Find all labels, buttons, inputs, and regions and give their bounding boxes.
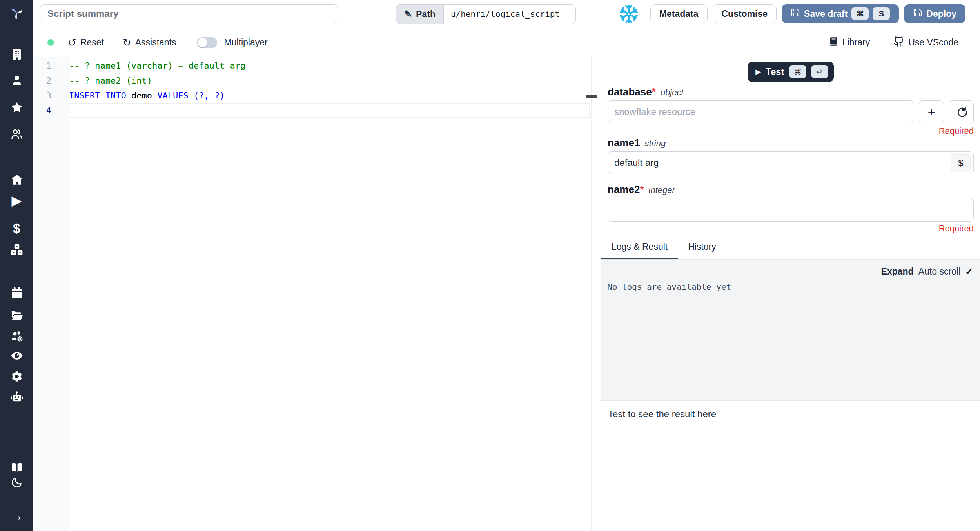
- toolbar-right: Library Use VScode: [828, 36, 958, 49]
- home-icon: [11, 173, 23, 187]
- gear-icon: [11, 370, 23, 384]
- save-draft-label: Save draft: [804, 9, 848, 19]
- plus-icon: +: [928, 106, 935, 118]
- line-content[interactable]: INSERT INTO demo VALUES (?, ?): [69, 88, 601, 103]
- topbar-buttons: Metadata Customise Save draft ⌘ S: [650, 4, 965, 23]
- main-area: ✎ Path u/henri/logical_script: [33, 0, 980, 531]
- run-panel: ▶ Test ⌘ ↵ database* object +: [601, 57, 980, 531]
- building-icon: [11, 48, 23, 62]
- name2-input[interactable]: [608, 198, 974, 222]
- name2-field-label: name2* integer: [608, 184, 974, 196]
- moon-icon: [11, 476, 23, 490]
- robot-icon: [11, 391, 23, 405]
- sidebar-item-folder-open[interactable]: [0, 308, 33, 324]
- save-icon: [791, 8, 800, 20]
- sidebar-item-gear[interactable]: [0, 369, 33, 385]
- name2-required-hint: Required: [608, 224, 974, 234]
- code-editor[interactable]: 1-- ? name1 (varchar) = default arg2-- ?…: [33, 57, 601, 531]
- sidebar-item-windmill-logo[interactable]: [0, 6, 33, 22]
- reset-label: Reset: [80, 37, 104, 48]
- field-name: database: [608, 86, 652, 98]
- line-number: 1: [33, 61, 69, 71]
- sidebar-item-eye[interactable]: [0, 349, 33, 364]
- star-icon: [11, 101, 23, 115]
- play-icon: ▶: [755, 67, 761, 76]
- deploy-button[interactable]: Deploy: [904, 4, 965, 23]
- autoscroll-label[interactable]: Auto scroll: [918, 266, 960, 277]
- field-name: name2: [608, 184, 640, 195]
- path-edit-button[interactable]: ✎ Path: [396, 5, 443, 24]
- library-button[interactable]: Library: [828, 36, 870, 49]
- dollar-icon: $: [958, 158, 963, 169]
- kbd-cmd: ⌘: [851, 7, 869, 20]
- kbd-enter: ↵: [811, 65, 828, 78]
- script-summary-input[interactable]: [40, 4, 338, 23]
- sidebar-item-arrow-right[interactable]: →: [0, 508, 33, 524]
- line-content[interactable]: [69, 103, 590, 118]
- expand-button[interactable]: Expand: [881, 266, 914, 277]
- multiplayer-label: Multiplayer: [224, 37, 268, 48]
- sidebar-item-play[interactable]: ▶: [0, 193, 33, 208]
- library-label: Library: [842, 37, 870, 48]
- line-content[interactable]: -- ? name2 (int): [69, 73, 601, 88]
- editor-scrollbar[interactable]: [591, 57, 592, 531]
- multiplayer-toggle-group: Multiplayer: [197, 37, 268, 48]
- line-number: 4: [33, 105, 69, 115]
- assistants-label: Assistants: [135, 37, 176, 48]
- metadata-button[interactable]: Metadata: [650, 4, 708, 23]
- assistants-button[interactable]: ↻ Assistants: [123, 37, 176, 48]
- line-content[interactable]: -- ? name1 (varchar) = default arg: [69, 58, 601, 73]
- autoscroll-checkbox[interactable]: ✓: [965, 266, 973, 277]
- book-open-icon: [11, 461, 23, 475]
- name1-input[interactable]: [608, 151, 974, 174]
- sidebar-item-moon[interactable]: [0, 475, 33, 491]
- sidebar-item-dollar[interactable]: $: [0, 220, 33, 236]
- add-resource-button[interactable]: +: [919, 100, 944, 124]
- sidebar-item-users-gear[interactable]: [0, 329, 33, 345]
- database-input[interactable]: [608, 100, 914, 123]
- test-button[interactable]: ▶ Test ⌘ ↵: [748, 62, 833, 82]
- database-field-label: database* object: [608, 86, 974, 98]
- sidebar-item-robot[interactable]: [0, 390, 33, 406]
- code-line[interactable]: 2-- ? name2 (int): [33, 73, 601, 88]
- sidebar-item-building[interactable]: [0, 47, 33, 63]
- sidebar-item-calendar[interactable]: [0, 286, 33, 302]
- use-vscode-button[interactable]: Use VScode: [893, 36, 958, 49]
- sidebar-item-users[interactable]: [0, 127, 33, 143]
- sidebar-item-book-open[interactable]: [0, 460, 33, 476]
- logs-panel: Expand Auto scroll ✓ No logs are availab…: [601, 260, 980, 401]
- sidebar: ▶$→: [0, 0, 33, 531]
- code-line[interactable]: 1-- ? name1 (varchar) = default arg: [33, 58, 601, 73]
- test-label: Test: [766, 66, 784, 77]
- editor-toolbar: ↺ Reset ↻ Assistants Multiplayer Library: [33, 28, 980, 57]
- kbd-cmd: ⌘: [789, 65, 806, 78]
- code-line[interactable]: 4: [33, 103, 601, 118]
- pencil-icon: ✎: [404, 9, 412, 20]
- tab-history[interactable]: History: [678, 238, 726, 259]
- code-lines: 1-- ? name1 (varchar) = default arg2-- ?…: [33, 58, 601, 118]
- path-label: Path: [416, 9, 436, 20]
- database-required-hint: Required: [608, 126, 974, 136]
- refresh-resource-button[interactable]: [949, 100, 974, 124]
- folder-open-icon: [11, 309, 23, 323]
- multiplayer-toggle[interactable]: [197, 37, 217, 48]
- sidebar-item-home[interactable]: [0, 173, 33, 188]
- play-icon: ▶: [11, 194, 22, 207]
- line-number: 2: [33, 76, 69, 85]
- sidebar-item-user[interactable]: [0, 73, 33, 89]
- tab-logs-result[interactable]: Logs & Result: [601, 238, 678, 259]
- topbar: ✎ Path u/henri/logical_script: [33, 0, 980, 28]
- save-draft-button[interactable]: Save draft ⌘ S: [782, 4, 899, 23]
- overview-ruler-cursor-marker: [586, 95, 597, 98]
- code-line[interactable]: 3INSERT INTO demo VALUES (?, ?): [33, 88, 601, 103]
- metadata-label: Metadata: [659, 9, 699, 19]
- customise-button[interactable]: Customise: [713, 4, 777, 23]
- sidebar-item-cubes[interactable]: [0, 243, 33, 258]
- refresh-icon: [956, 106, 967, 118]
- script-path-value[interactable]: u/henri/logical_script: [443, 5, 575, 24]
- reset-button[interactable]: ↺ Reset: [68, 37, 104, 48]
- editor-gutter: [33, 57, 69, 531]
- variable-picker-button[interactable]: $: [951, 154, 971, 172]
- sidebar-item-star[interactable]: [0, 100, 33, 116]
- field-name: name1: [608, 137, 640, 149]
